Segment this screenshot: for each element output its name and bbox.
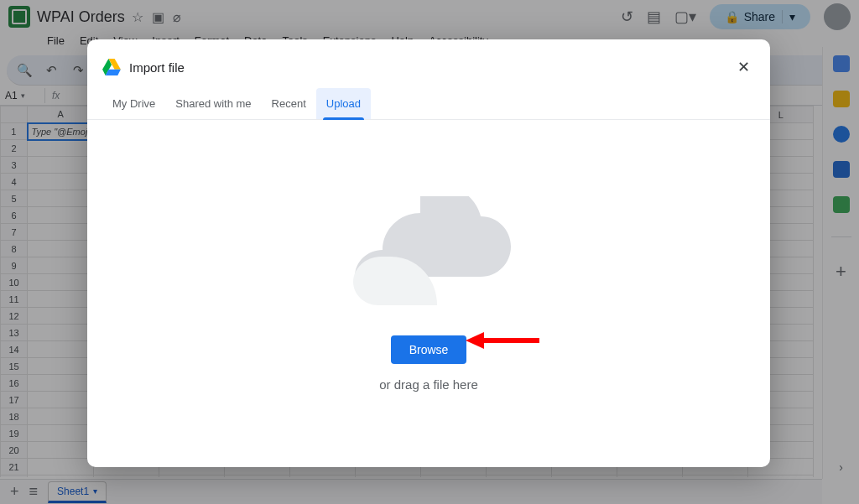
drive-logo-icon	[102, 59, 121, 75]
import-file-dialog: Import file ✕ My Drive Shared with me Re…	[87, 39, 770, 467]
dialog-tabs: My Drive Shared with me Recent Upload	[87, 88, 770, 120]
tab-upload[interactable]: Upload	[316, 88, 371, 119]
browse-button[interactable]: Browse	[391, 335, 467, 364]
drag-hint-text: or drag a file here	[379, 377, 478, 392]
cloud-illustration	[341, 196, 517, 305]
tab-recent[interactable]: Recent	[262, 88, 316, 119]
dialog-title: Import file	[129, 60, 185, 75]
dialog-header: Import file ✕	[87, 39, 770, 88]
tab-my-drive[interactable]: My Drive	[102, 88, 165, 119]
tab-shared-with-me[interactable]: Shared with me	[165, 88, 261, 119]
upload-dropzone[interactable]: Browse or drag a file here	[87, 120, 770, 467]
close-icon[interactable]: ✕	[732, 53, 755, 81]
